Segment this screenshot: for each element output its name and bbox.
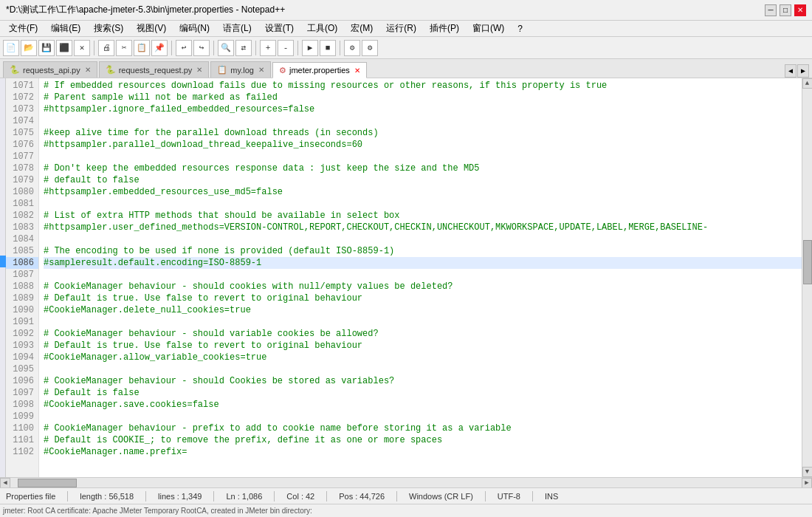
code-line-1078[interactable]: # Don't keep the embedded resources resp… <box>44 162 802 174</box>
scroll-thumb-h[interactable] <box>18 479 77 487</box>
code-line-1101[interactable]: # Default is COOKIE_; to remove the pref… <box>44 434 802 446</box>
code-line-1075[interactable]: #keep alive time for the parallel downlo… <box>44 127 802 139</box>
menu-help[interactable]: ? <box>512 22 529 35</box>
title-bar: *D:\测试工作\工作\apache-jmeter-5.3\bin\jmeter… <box>0 0 812 21</box>
tab-close-requests-api[interactable]: ✕ <box>85 66 91 74</box>
code-line-1082[interactable]: # List of extra HTTP methods that should… <box>44 210 802 222</box>
tab-requests-api[interactable]: 🐍 requests_api.py ✕ <box>3 61 97 78</box>
macro-button[interactable]: ⚙ <box>344 40 360 56</box>
cut-button[interactable]: ✂ <box>116 40 132 56</box>
tab-close-jmeter-properties[interactable]: ✕ <box>354 66 360 75</box>
code-line-1083[interactable]: #httpsampler.user_defined_methods=VERSIO… <box>44 222 802 233</box>
scroll-track-v[interactable] <box>802 89 812 467</box>
scroll-down-button[interactable]: ▼ <box>802 467 813 477</box>
tab-close-requests-request[interactable]: ✕ <box>196 66 202 74</box>
status-lines: lines : 1,349 <box>158 492 202 501</box>
scroll-thumb-v[interactable] <box>803 240 812 284</box>
menu-edit[interactable]: 编辑(E) <box>45 21 86 36</box>
close-button[interactable]: ✕ <box>794 4 806 16</box>
code-line-1093[interactable]: # Default is true. Use false to revert t… <box>44 340 802 352</box>
code-line-1096[interactable]: # CookieManager behaviour - should Cooki… <box>44 375 802 387</box>
tab-requests-request[interactable]: 🐍 requests_request.py ✕ <box>99 61 210 78</box>
menu-search[interactable]: 搜索(S) <box>88 21 129 36</box>
code-line-1086[interactable]: #sampleresult.default.encoding=ISO-8859-… <box>44 257 802 269</box>
code-line-1074[interactable] <box>44 115 802 127</box>
copy-button[interactable]: 📋 <box>134 40 150 56</box>
menu-language[interactable]: 语言(L) <box>217 21 258 36</box>
scroll-left-button[interactable]: ◀ <box>0 478 10 488</box>
zoom-out-button[interactable]: - <box>278 40 294 56</box>
code-line-1100[interactable]: # CookieManager behaviour - prefix to ad… <box>44 422 802 434</box>
code-line-1098[interactable]: #CookieManager.save.cookies=false <box>44 399 802 411</box>
menu-settings[interactable]: 设置(T) <box>259 21 300 36</box>
code-line-1091[interactable] <box>44 316 802 328</box>
stop-button[interactable]: ■ <box>320 40 336 56</box>
print-button[interactable]: 🖨 <box>98 40 114 56</box>
tab-my-log[interactable]: 📋 my.log ✕ <box>210 61 271 78</box>
menu-view[interactable]: 视图(V) <box>131 21 172 36</box>
code-line-1095[interactable] <box>44 363 802 375</box>
horizontal-scrollbar[interactable]: ◀ ▶ <box>0 477 812 487</box>
status-file-type: Properties file <box>6 492 55 501</box>
menu-window[interactable]: 窗口(W) <box>467 21 510 36</box>
menu-file[interactable]: 文件(F) <box>3 21 44 36</box>
code-line-1080[interactable]: #httpsampler.embedded_resources_use_md5=… <box>44 186 802 198</box>
scroll-up-button[interactable]: ▲ <box>802 78 813 89</box>
code-line-1094[interactable]: #CookieManager.allow_variable_cookies=tr… <box>44 352 802 363</box>
menu-plugins[interactable]: 插件(P) <box>424 21 465 36</box>
macro2-button[interactable]: ⚙ <box>362 40 378 56</box>
close-file-button[interactable]: ✕ <box>74 40 90 56</box>
line-number-1084: 1084 <box>6 233 38 245</box>
undo-button[interactable]: ↩ <box>176 40 192 56</box>
tabs-scroll-right[interactable]: ▶ <box>797 64 809 78</box>
py-icon-2: 🐍 <box>106 65 116 75</box>
code-line-1077[interactable] <box>44 151 802 162</box>
code-line-1081[interactable] <box>44 198 802 210</box>
find-button[interactable]: 🔍 <box>218 40 234 56</box>
code-line-1084[interactable] <box>44 233 802 245</box>
code-line-1079[interactable]: # default to false <box>44 174 802 186</box>
open-button[interactable]: 📂 <box>21 40 37 56</box>
prop-icon: ⚙ <box>279 66 286 75</box>
line-number-1098: 1098 <box>6 399 38 411</box>
tab-jmeter-properties[interactable]: ⚙ jmeter.properties ✕ <box>272 62 367 78</box>
code-line-1102[interactable]: #CookieManager.name.prefix= <box>44 446 802 458</box>
menu-encoding[interactable]: 编码(N) <box>173 21 216 36</box>
code-line-1085[interactable]: # The encoding to be used if none is pro… <box>44 245 802 257</box>
redo-button[interactable]: ↪ <box>193 40 210 56</box>
menu-run[interactable]: 运行(R) <box>380 21 422 36</box>
minimize-button[interactable]: ─ <box>765 4 777 16</box>
line-number-1101: 1101 <box>6 434 38 446</box>
tabs-bar: 🐍 requests_api.py ✕ 🐍 requests_request.p… <box>0 59 812 78</box>
code-line-1090[interactable]: #CookieManager.delete_null_cookies=true <box>44 304 802 316</box>
zoom-in-button[interactable]: + <box>260 40 276 56</box>
code-area[interactable]: # If embedded resources download fails d… <box>39 78 802 477</box>
code-line-1088[interactable]: # CookieManager behaviour - should cooki… <box>44 281 802 292</box>
line-number-1073: 1073 <box>6 103 38 115</box>
menu-macro[interactable]: 宏(M) <box>345 21 379 36</box>
tabs-scroll-left[interactable]: ◀ <box>785 64 796 78</box>
save-all-button[interactable]: ⬛ <box>56 40 72 56</box>
code-line-1076[interactable]: #httpsampler.parallel_download_thread_ke… <box>44 139 802 151</box>
code-line-1089[interactable]: # Default is true. Use false to revert t… <box>44 292 802 304</box>
code-line-1092[interactable]: # CookieManager behaviour - should varia… <box>44 328 802 340</box>
menu-tools[interactable]: 工具(O) <box>301 21 343 36</box>
new-button[interactable]: 📄 <box>3 40 19 56</box>
tab-close-my-log[interactable]: ✕ <box>258 66 264 74</box>
scroll-right-button[interactable]: ▶ <box>802 478 812 488</box>
run-button[interactable]: ▶ <box>302 40 318 56</box>
code-line-1072[interactable]: # Parent sample will not be marked as fa… <box>44 92 802 103</box>
code-line-1087[interactable] <box>44 269 802 281</box>
line-number-1075: 1075 <box>6 127 38 139</box>
code-line-1099[interactable] <box>44 411 802 422</box>
code-line-1071[interactable]: # If embedded resources download fails d… <box>44 80 802 92</box>
scroll-track-h[interactable] <box>10 478 802 487</box>
maximize-button[interactable]: □ <box>780 4 791 16</box>
status-col: Col : 42 <box>286 492 314 501</box>
replace-button[interactable]: ⇄ <box>235 40 252 56</box>
save-button[interactable]: 💾 <box>38 40 55 56</box>
paste-button[interactable]: 📌 <box>151 40 168 56</box>
code-line-1073[interactable]: #httpsampler.ignore_failed_embedded_reso… <box>44 103 802 115</box>
code-line-1097[interactable]: # Default is false <box>44 387 802 399</box>
vertical-scrollbar[interactable]: ▲ ▼ <box>802 78 812 477</box>
